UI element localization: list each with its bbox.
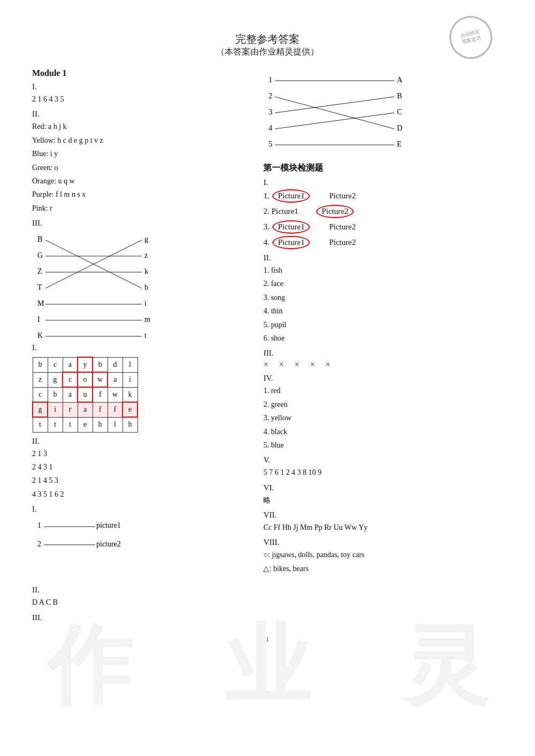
table-row: t t t e h l h xyxy=(33,417,137,432)
cell: d xyxy=(108,357,123,372)
check-section5-roman: V. xyxy=(263,456,503,465)
word1: 1. fish xyxy=(263,265,503,276)
svg-line-40 xyxy=(275,113,394,129)
cell: h xyxy=(123,417,137,432)
section1-roman: I. xyxy=(32,82,253,91)
iv4: 4. black xyxy=(263,426,503,438)
svg-text:G: G xyxy=(37,251,43,259)
cell: b xyxy=(93,357,108,372)
vi-text: 略 xyxy=(263,495,503,506)
section5-roman: II. xyxy=(32,437,253,446)
header-title: 完整参考答案 xyxy=(32,32,503,47)
svg-text:Z: Z xyxy=(37,267,42,275)
right-match-diagram: 1 2 3 4 5 A B C D E xyxy=(263,73,413,158)
check-section2-roman: II. xyxy=(263,253,503,263)
cell: h xyxy=(93,417,108,432)
pic-num: 1. xyxy=(263,191,269,200)
svg-text:K: K xyxy=(37,331,43,339)
svg-text:k: k xyxy=(144,267,148,275)
right-match-svg: 1 2 3 4 5 A B C D E xyxy=(263,73,413,158)
pic-num: 3. xyxy=(263,222,269,231)
svg-line-38 xyxy=(275,97,394,129)
v-numbers: 5 7 6 1 2 4 3 8 10 9 xyxy=(263,467,503,479)
word-search-table: b c a y b d l z g c o w a i xyxy=(32,357,138,433)
pic4-circled: Picture1 xyxy=(272,236,310,249)
cell-circled: w xyxy=(93,372,108,387)
svg-text:B: B xyxy=(397,92,402,100)
dacb: D A C B xyxy=(32,597,253,608)
section3-match-diagram: B G Z T M I K g z k b i m t xyxy=(32,232,160,339)
background-watermark: 作 业 灵 xyxy=(0,608,535,724)
svg-text:1: 1 xyxy=(37,521,41,529)
main-content: Module 1 I. 2 1 6 4 3 5 II. Red: a h j k… xyxy=(32,68,503,624)
cell: c xyxy=(48,357,63,372)
pic1-circled: Picture1 xyxy=(272,189,310,203)
section8-roman: III. xyxy=(32,613,253,622)
viii-line2: △: bikes, bears xyxy=(263,563,503,575)
page: 作 业 灵 作业精灵答案提供 完整参考答案 （本答案由作业精灵提供） Modul… xyxy=(0,0,535,756)
stamp: 作业精灵答案提供 xyxy=(445,11,497,64)
svg-text:T: T xyxy=(37,283,42,291)
section4-roman: I. xyxy=(32,343,253,352)
cell: z xyxy=(33,372,48,387)
cell: f xyxy=(108,402,123,417)
pic2-circled: Picture2 xyxy=(316,205,354,218)
section1-numbers: 2 1 6 4 3 5 xyxy=(32,94,253,105)
picture-match-svg: 1 2 picture1 picture2 xyxy=(32,517,150,570)
color-yellow: Yellow: b c d e g p t v z xyxy=(32,135,253,146)
cell: c xyxy=(33,387,48,402)
cell: l xyxy=(108,417,123,432)
table-row-highlight: g i r a f f e xyxy=(33,402,137,417)
cell: a xyxy=(108,372,123,387)
cell: k xyxy=(123,387,137,402)
svg-text:b: b xyxy=(144,283,148,291)
color-green: Green: o xyxy=(32,162,253,174)
svg-text:t: t xyxy=(144,331,147,339)
svg-text:C: C xyxy=(397,108,402,116)
page-header: 完整参考答案 （本答案由作业精灵提供） xyxy=(32,32,503,58)
cell: a xyxy=(63,387,78,402)
table-row: b c a y b d l xyxy=(33,357,137,372)
header-subtitle: （本答案由作业精灵提供） xyxy=(32,47,503,58)
watermark-char-2: 业 xyxy=(225,608,310,724)
check-section3-roman: III. xyxy=(263,349,503,358)
svg-text:2: 2 xyxy=(269,92,272,100)
vii-text: Cc Ff Hh Jj Mm Pp Rr Uu Ww Yy xyxy=(263,522,503,534)
picture-match-diagram: 1 2 picture1 picture2 xyxy=(32,517,150,581)
pic4-p2: Picture2 xyxy=(329,238,356,246)
svg-text:2: 2 xyxy=(37,540,41,548)
word4: 4. thin xyxy=(263,305,503,317)
check-section1-roman: I. xyxy=(263,178,503,187)
svg-text:4: 4 xyxy=(269,124,272,132)
crosses: × × × × × xyxy=(263,360,503,369)
svg-text:m: m xyxy=(144,315,150,323)
section3-roman: III. xyxy=(32,219,253,228)
svg-text:z: z xyxy=(144,251,148,259)
cell: t xyxy=(63,417,78,432)
watermark-char-1: 作 xyxy=(47,608,132,724)
cell: i xyxy=(48,402,63,417)
check-section6-roman: VI. xyxy=(263,483,503,492)
cell: i xyxy=(123,372,137,387)
seq2: 2 4 3 1 xyxy=(32,461,253,473)
word3: 3. song xyxy=(263,292,503,304)
cell: a xyxy=(63,357,78,372)
seq3: 2 1 4 5 3 xyxy=(32,475,253,487)
svg-text:1: 1 xyxy=(269,76,272,84)
check-pic-row3: 3. Picture1 Picture2 xyxy=(263,220,503,234)
pic-num: 4. xyxy=(263,238,269,246)
cell-circled: c xyxy=(63,372,78,387)
cell: t xyxy=(33,417,48,432)
stamp-watermark: 作业精灵答案提供 xyxy=(449,16,492,59)
seq1: 2 1 3 xyxy=(32,448,253,460)
left-column: Module 1 I. 2 1 6 4 3 5 II. Red: a h j k… xyxy=(32,68,258,624)
cell: f xyxy=(93,402,108,417)
iv2: 2. green xyxy=(263,399,503,411)
match-svg-left: B G Z T M I K g z k b i m t xyxy=(32,232,160,339)
cell: b xyxy=(33,357,48,372)
svg-text:3: 3 xyxy=(269,108,272,116)
iv5: 5. blue xyxy=(263,439,503,451)
svg-text:i: i xyxy=(144,299,147,307)
check-section8-roman: VIII. xyxy=(263,538,503,547)
word6: 6. shoe xyxy=(263,333,503,344)
